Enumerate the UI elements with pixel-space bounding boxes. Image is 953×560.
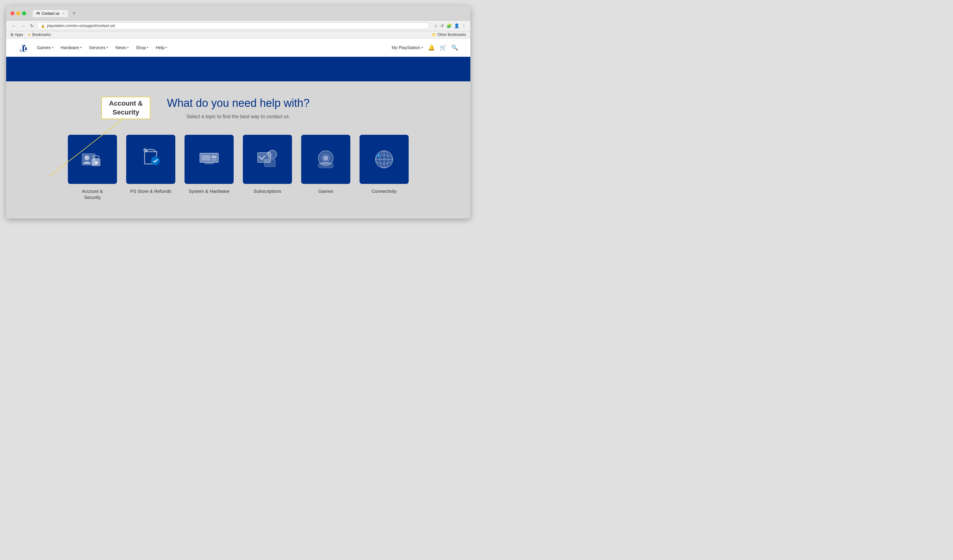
address-actions: ☆ ↺ 🧩 👤 ⋮ [434,23,466,28]
star-icon: ★ [28,33,31,37]
svg-point-2 [84,155,89,160]
blue-banner [6,57,470,81]
nav-help[interactable]: Help ▾ [156,45,167,50]
browser-titlebar: 🎮 Contact us × + [6,6,470,20]
tab-bar: 🎮 Contact us × + [32,9,466,17]
lock-icon: 🔒 [41,24,45,28]
svg-rect-11 [205,163,214,164]
system-hardware-icon-box [185,135,234,184]
close-button[interactable] [11,11,14,16]
shop-chevron: ▾ [147,46,148,49]
extension-icon[interactable]: 🧩 [446,23,452,28]
nav-shop[interactable]: Shop ▾ [136,45,149,50]
help-label: Help [156,45,165,50]
topic-card-ps-store[interactable]: PS Store & Refunds [126,135,175,200]
url-text: playstation.com/en-us/support/contact-us… [47,24,115,28]
traffic-lights [11,11,26,16]
address-bar: ← → ↻ 🔒 playstation.com/en-us/support/co… [6,20,470,31]
bookmarks-item[interactable]: ★ Bookmarks [28,33,51,37]
news-label: News [115,45,126,50]
account-security-icon-box [68,135,117,184]
folder-icon: 📁 [431,33,436,37]
topic-card-subscriptions[interactable]: ♪ Subscriptions [243,135,292,200]
games-icon-box [301,135,350,184]
hardware-label: Hardware [61,45,79,50]
topics-grid: Account &Security [19,135,458,200]
hardware-chevron: ▾ [80,46,82,49]
cart-icon[interactable]: 🛒 [440,44,446,51]
url-input[interactable]: 🔒 playstation.com/en-us/support/contact-… [37,22,429,29]
other-bookmarks[interactable]: 📁 Other Bookmarks [431,33,466,37]
nav-news[interactable]: News ▾ [115,45,129,50]
main-content: What do you need help with? Select a top… [6,81,470,219]
apps-grid-icon: ⊞ [11,33,14,37]
other-bookmarks-label: Other Bookmarks [438,33,466,37]
games-label: Games [318,188,333,194]
annotation-text: Account &Security [109,99,143,116]
topic-card-connectivity[interactable]: Connectivity [360,135,409,200]
my-playstation-label: My PlayStation [392,45,420,50]
ps-store-icon-box [126,135,175,184]
page-title: What do you need help with? [19,97,458,110]
nav-links: Games ▾ Hardware ▾ Services ▾ News ▾ Sho… [37,45,392,50]
svg-point-18 [323,156,328,161]
shop-label: Shop [136,45,146,50]
games-label: Games [37,45,51,50]
profile-icon[interactable]: 👤 [454,23,459,28]
nav-hardware[interactable]: Hardware ▾ [61,45,82,50]
menu-dots-icon[interactable]: ⋮ [462,23,466,28]
bookmarks-bar: ⊞ Apps ★ Bookmarks 📁 Other Bookmarks [6,31,470,38]
browser-window: 🎮 Contact us × + ← → ↻ 🔒 playstation.com… [6,6,470,219]
maximize-button[interactable] [22,11,26,16]
svg-rect-4 [95,161,98,164]
page-subtitle: Select a topic to find the best way to c… [19,114,458,119]
notification-icon[interactable]: 🔔 [428,44,435,51]
svg-point-5 [143,148,147,152]
svg-rect-9 [211,156,216,158]
minimize-button[interactable] [16,11,20,16]
search-icon[interactable]: 🔍 [451,44,458,51]
games-chevron: ▾ [51,46,53,49]
annotation-box: Account &Security [101,97,151,119]
system-hardware-label: System & Hardware [188,188,229,194]
site-nav: PlayStation Games ▾ Hardware ▾ Services … [6,38,470,57]
svg-text:PlayStation: PlayStation [20,51,26,52]
tab-close-button[interactable]: × [62,12,64,16]
svg-rect-15 [264,159,275,167]
ps-store-label: PS Store & Refunds [130,188,171,194]
site-content: PlayStation Games ▾ Hardware ▾ Services … [6,38,470,219]
svg-rect-19 [318,163,334,168]
subscriptions-icon-box: ♪ [243,135,292,184]
active-tab[interactable]: 🎮 Contact us × [32,9,68,17]
connectivity-icon-box [360,135,409,184]
new-tab-button[interactable]: + [70,9,78,17]
nav-right: My PlayStation ▾ 🔔 🛒 🔍 [392,44,458,51]
tab-title: Contact us [42,11,59,16]
bookmark-star-icon[interactable]: ☆ [434,23,438,28]
subscriptions-label: Subscriptions [254,188,281,194]
nav-services[interactable]: Services ▾ [89,45,108,50]
my-playstation-button[interactable]: My PlayStation ▾ [392,45,423,50]
connectivity-label: Connectivity [371,188,397,194]
news-chevron: ▾ [127,46,129,49]
apps-button[interactable]: ⊞ Apps [11,33,23,37]
apps-label: Apps [15,33,23,37]
nav-games[interactable]: Games ▾ [37,45,53,50]
topic-card-system-hardware[interactable]: System & Hardware [185,135,234,200]
help-chevron: ▾ [166,46,167,49]
tab-favicon: 🎮 [36,12,40,15]
svg-text:♪: ♪ [270,152,273,157]
reload-icon[interactable]: ↺ [440,23,444,28]
back-button[interactable]: ← [11,23,17,29]
services-chevron: ▾ [107,46,108,49]
forward-button[interactable]: → [20,23,26,29]
services-label: Services [89,45,106,50]
topic-card-games[interactable]: Games [301,135,350,200]
account-security-label: Account &Security [82,188,103,200]
ps-logo[interactable]: PlayStation [19,42,29,53]
main-area: What do you need help with? Select a top… [6,81,470,219]
topic-card-account-security[interactable]: Account &Security [68,135,117,200]
refresh-button[interactable]: ↻ [29,23,35,29]
svg-rect-8 [202,155,210,161]
my-ps-chevron: ▾ [422,46,423,49]
